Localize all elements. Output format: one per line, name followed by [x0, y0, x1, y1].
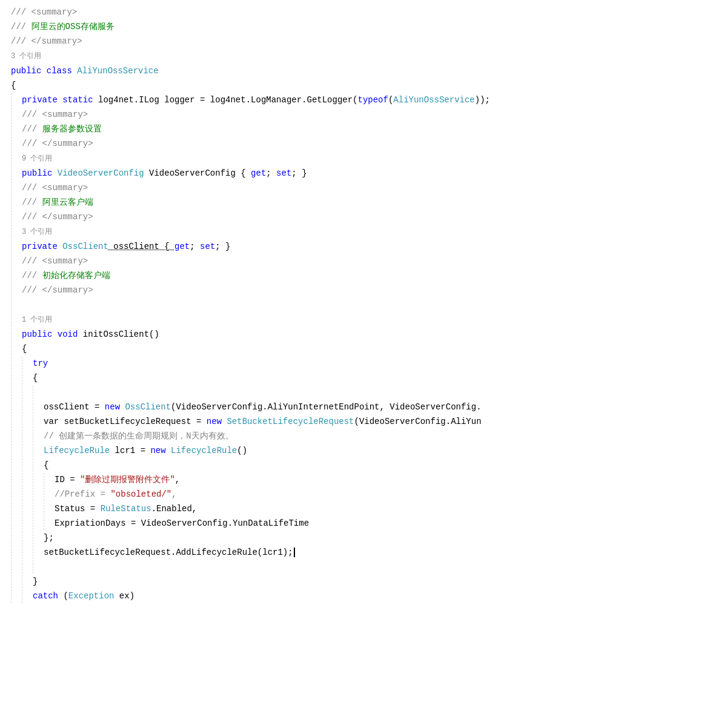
- indent-bar: [44, 517, 55, 530]
- indent-bar: [22, 546, 33, 559]
- code-content: /// </summary>: [11, 35, 713, 48]
- code-line: private OssClient ossClient { get; set; …: [0, 239, 713, 254]
- code-line: /// 阿里云客户端: [0, 195, 713, 210]
- gutter-dot: [0, 108, 11, 121]
- code-content: /// <summary>: [22, 108, 713, 121]
- indent-bars: [11, 429, 44, 443]
- indent-bar: [11, 167, 22, 180]
- indent-bar: [11, 342, 22, 356]
- code-content: /// <summary>: [22, 254, 713, 268]
- code-content: /// 阿里云的OSS存储服务: [11, 20, 713, 33]
- indent-bar: [11, 122, 22, 136]
- indent-bar: [11, 546, 22, 559]
- code-line: [0, 297, 713, 312]
- code-line: ID = "删除过期报警附件文件",: [0, 472, 713, 487]
- code-line: LifecycleRule lcr1 = new LifecycleRule(): [0, 443, 713, 458]
- code-line: public class AliYunOssService: [0, 64, 713, 78]
- code-content: /// <summary>: [22, 181, 713, 194]
- indent-bar: [44, 473, 55, 486]
- indent-bars: [11, 137, 22, 150]
- indent-bar: [11, 151, 22, 165]
- code-line: [0, 385, 713, 400]
- indent-bar: [11, 108, 22, 121]
- code-line: /// </summary>: [0, 210, 713, 224]
- gutter-dot: [0, 35, 11, 48]
- code-line: {: [0, 78, 713, 93]
- code-line: }: [0, 574, 713, 589]
- gutter-dot: [0, 560, 11, 574]
- code-content: private static log4net.ILog logger = log…: [22, 93, 713, 107]
- code-line: try: [0, 356, 713, 371]
- indent-bar: [22, 371, 33, 385]
- code-line: ExpriationDays = VideoServerConfig.YunDa…: [0, 516, 713, 531]
- indent-bars: [11, 415, 44, 428]
- code-line: private static log4net.ILog logger = log…: [0, 93, 713, 107]
- indent-bar: [22, 444, 33, 457]
- gutter-dot: [0, 400, 11, 414]
- indent-bar: [44, 502, 55, 515]
- indent-bars: [11, 210, 22, 223]
- gutter-dot: [0, 589, 11, 603]
- indent-bar: [11, 575, 22, 588]
- gutter-dot: [0, 357, 11, 370]
- indent-bars: [11, 167, 22, 180]
- code-line: // 创建第一条数据的生命周期规则，N天内有效。: [0, 429, 713, 443]
- code-line: [0, 560, 713, 574]
- gutter-dot: [0, 473, 11, 486]
- gutter-dot: [0, 575, 11, 588]
- gutter-dot: [0, 225, 11, 239]
- code-content: /// 阿里云客户端: [22, 196, 713, 209]
- indent-bars: [11, 473, 55, 486]
- gutter-dot: [0, 5, 11, 19]
- indent-bars: [11, 458, 44, 472]
- gutter-dot: [0, 167, 11, 180]
- indent-bar: [33, 502, 44, 515]
- indent-bar: [33, 531, 44, 544]
- code-content: [44, 560, 713, 574]
- gutter-dot: [0, 122, 11, 136]
- indent-bar: [11, 240, 22, 253]
- indent-bar: [22, 473, 33, 486]
- code-content: LifecycleRule lcr1 = new LifecycleRule(): [44, 444, 713, 457]
- indent-bars: [11, 269, 22, 282]
- gutter-dot: [0, 328, 11, 341]
- code-line: Status = RuleStatus.Enabled,: [0, 501, 713, 516]
- indent-bar: [22, 357, 33, 370]
- indent-bar: [11, 517, 22, 530]
- gutter-dot: [0, 502, 11, 515]
- indent-bar: [11, 458, 22, 472]
- code-content: 9 个引用: [22, 151, 713, 165]
- code-content: /// </summary>: [22, 210, 713, 223]
- code-line: /// </summary>: [0, 34, 713, 48]
- indent-bar: [11, 283, 22, 297]
- code-content: {: [11, 79, 713, 92]
- indent-bar: [22, 589, 33, 603]
- gutter-dot: [0, 444, 11, 457]
- indent-bar: [11, 415, 22, 428]
- code-line: {: [0, 458, 713, 472]
- indent-bar: [33, 386, 44, 399]
- code-content: var setBucketLifecycleRequest = new SetB…: [44, 415, 713, 428]
- gutter-dot: [0, 386, 11, 399]
- indent-bar: [33, 415, 44, 428]
- gutter-dot: [0, 240, 11, 253]
- code-content: try: [33, 357, 713, 370]
- code-line: /// <summary>: [0, 254, 713, 268]
- indent-bars: [11, 575, 33, 588]
- gutter-dot: [0, 415, 11, 428]
- code-content: /// 初始化存储客户端: [22, 269, 713, 282]
- indent-bar: [22, 575, 33, 588]
- code-content: /// 服务器参数设置: [22, 122, 713, 136]
- gutter-dot: [0, 283, 11, 297]
- indent-bar: [11, 328, 22, 341]
- gutter-dot: [0, 151, 11, 165]
- indent-bars: [11, 225, 22, 239]
- code-content: ossClient = new OssClient(VideoServerCon…: [44, 400, 713, 414]
- indent-bars: [11, 386, 44, 399]
- indent-bar: [11, 210, 22, 223]
- indent-bars: [11, 283, 22, 297]
- code-line: /// </summary>: [0, 283, 713, 297]
- indent-bar: [11, 254, 22, 268]
- code-line: public void initOssClient(): [0, 327, 713, 342]
- code-content: };: [44, 531, 713, 544]
